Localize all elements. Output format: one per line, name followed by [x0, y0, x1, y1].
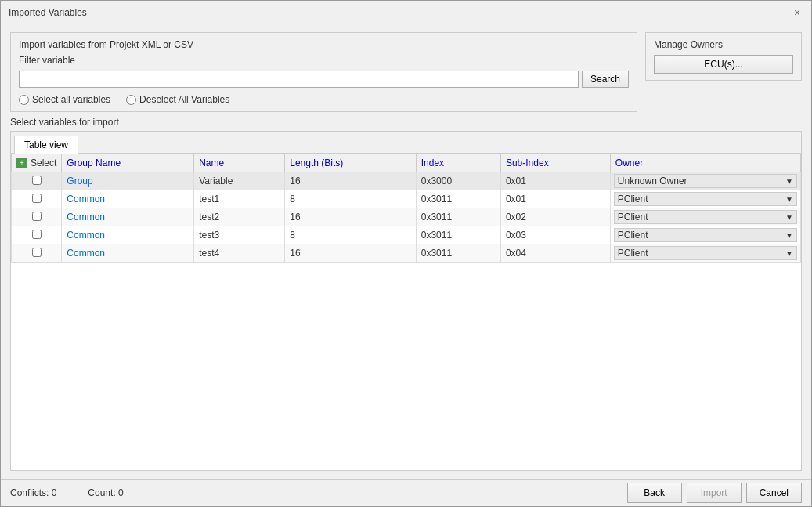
dialog-window: Imported Variables × Import variables fr… [0, 0, 812, 507]
conflicts-label: Conflicts: 0 [10, 487, 56, 498]
th-index: Index [416, 154, 500, 172]
th-sub-index: Sub-Index [500, 154, 610, 172]
row-index: 0x3000 [416, 172, 500, 190]
row-sub-index: 0x01 [500, 190, 610, 208]
select-section: Select variables for import Table view + [10, 117, 802, 471]
filter-section: Import variables from Projekt XML or CSV… [10, 32, 637, 112]
close-button[interactable]: × [791, 6, 803, 19]
row-owner[interactable]: Unknown Owner▼ [610, 172, 800, 190]
th-group-name: Group Name [62, 154, 194, 172]
deselect-all-label[interactable]: Deselect All Variables [126, 94, 229, 105]
owner-value: Unknown Owner [618, 176, 687, 187]
row-length: 16 [285, 244, 416, 263]
status-bar: Conflicts: 0 Count: 0 Back Import Cancel [1, 479, 811, 506]
row-sub-index: 0x02 [500, 208, 610, 226]
table-row: Commontest180x30110x01PClient▼ [12, 190, 801, 208]
th-length-bits: Length (Bits) [285, 154, 416, 172]
row-sub-index: 0x01 [500, 172, 610, 190]
row-name: test3 [194, 226, 285, 244]
row-checkbox[interactable] [32, 212, 42, 221]
row-name: test4 [194, 244, 285, 263]
import-button[interactable]: Import [687, 483, 742, 503]
search-row: Search [19, 71, 629, 88]
radio-row: Select all variables Deselect All Variab… [19, 94, 629, 105]
th-name: Name [194, 154, 285, 172]
row-sub-index: 0x03 [500, 226, 610, 244]
select-all-label[interactable]: Select all variables [19, 94, 110, 105]
manage-owners-label: Manage Owners [654, 39, 793, 50]
owner-dropdown[interactable]: PClient▼ [614, 192, 797, 206]
row-select-cell [12, 226, 62, 244]
table-view-tab[interactable]: Table view [14, 136, 78, 154]
row-sub-index: 0x04 [500, 244, 610, 263]
th-select: + Select [12, 154, 62, 172]
row-group-name: Common [62, 190, 194, 208]
owner-dropdown[interactable]: PClient▼ [614, 228, 797, 242]
owner-value: PClient [618, 194, 648, 205]
row-owner[interactable]: PClient▼ [610, 208, 800, 226]
top-section: Import variables from Projekt XML or CSV… [10, 32, 802, 112]
table-row: Commontest2160x30110x02PClient▼ [12, 208, 801, 226]
row-name: Variable [194, 172, 285, 190]
table-header-row: + Select Group Name Name Length (Bits) I… [12, 154, 801, 172]
ecu-button[interactable]: ECU(s)... [654, 55, 793, 74]
row-length: 16 [285, 172, 416, 190]
row-name: test1 [194, 190, 285, 208]
row-checkbox[interactable] [32, 248, 42, 257]
select-all-radio[interactable] [19, 95, 29, 105]
owner-dropdown[interactable]: PClient▼ [614, 210, 797, 224]
dialog-body: Import variables from Projekt XML or CSV… [1, 24, 811, 479]
manage-owners-section: Manage Owners ECU(s)... [645, 32, 802, 81]
row-checkbox[interactable] [32, 194, 42, 203]
table-body: GroupVariable160x30000x01Unknown Owner▼C… [12, 172, 801, 263]
row-owner[interactable]: PClient▼ [610, 244, 800, 263]
button-row: Back Import Cancel [627, 483, 802, 503]
title-bar: Imported Variables × [1, 1, 811, 24]
filter-label: Filter variable [19, 55, 629, 66]
dropdown-arrow-icon: ▼ [785, 231, 793, 240]
add-row-icon[interactable]: + [16, 158, 27, 168]
row-select-cell [12, 208, 62, 226]
table-scroll[interactable]: + Select Group Name Name Length (Bits) I… [11, 154, 801, 470]
back-button[interactable]: Back [627, 483, 682, 503]
owner-value: PClient [618, 212, 648, 223]
search-input[interactable] [19, 71, 579, 88]
dropdown-arrow-icon: ▼ [785, 213, 793, 222]
status-left: Conflicts: 0 Count: 0 [10, 487, 124, 498]
owner-dropdown[interactable]: Unknown Owner▼ [614, 174, 797, 188]
table-row: GroupVariable160x30000x01Unknown Owner▼ [12, 172, 801, 190]
row-owner[interactable]: PClient▼ [610, 190, 800, 208]
row-length: 8 [285, 190, 416, 208]
row-select-cell [12, 190, 62, 208]
row-name: test2 [194, 208, 285, 226]
window-title: Imported Variables [9, 7, 87, 18]
row-group-name: Common [62, 226, 194, 244]
row-select-cell [12, 244, 62, 263]
row-select-cell [12, 172, 62, 190]
dropdown-arrow-icon: ▼ [785, 195, 793, 204]
cancel-button[interactable]: Cancel [746, 483, 802, 503]
th-owner: Owner [610, 154, 800, 172]
import-label: Import variables from Projekt XML or CSV [19, 39, 629, 50]
row-checkbox[interactable] [32, 176, 42, 185]
row-group-name: Common [62, 208, 194, 226]
count-label: Count: 0 [88, 487, 123, 498]
row-index: 0x3011 [416, 244, 500, 263]
dropdown-arrow-icon: ▼ [785, 249, 793, 258]
dropdown-arrow-icon: ▼ [785, 177, 793, 186]
row-group-name: Group [62, 172, 194, 190]
row-index: 0x3011 [416, 226, 500, 244]
table-tabs: Table view [11, 132, 801, 154]
variables-table: + Select Group Name Name Length (Bits) I… [11, 154, 801, 263]
row-owner[interactable]: PClient▼ [610, 226, 800, 244]
deselect-all-radio[interactable] [126, 95, 136, 105]
row-length: 16 [285, 208, 416, 226]
owner-value: PClient [618, 230, 648, 241]
select-label: Select variables for import [10, 117, 802, 128]
row-index: 0x3011 [416, 190, 500, 208]
table-row: Commontest4160x30110x04PClient▼ [12, 244, 801, 263]
table-container: Table view + Select [10, 131, 802, 471]
owner-dropdown[interactable]: PClient▼ [614, 246, 797, 260]
search-button[interactable]: Search [582, 71, 629, 88]
row-checkbox[interactable] [32, 230, 42, 239]
